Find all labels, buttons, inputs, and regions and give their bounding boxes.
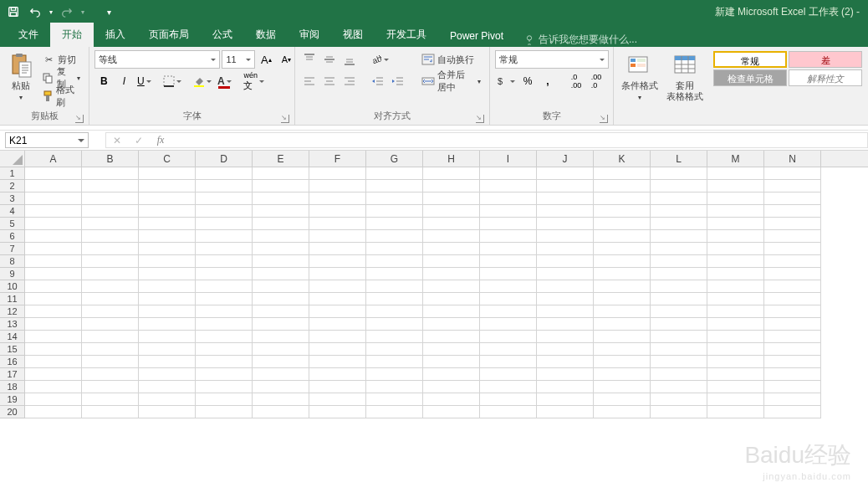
tab-formulas[interactable]: 公式 bbox=[201, 23, 244, 47]
undo-dropdown-icon[interactable]: ▾ bbox=[47, 2, 55, 22]
cell[interactable] bbox=[196, 393, 253, 406]
cell[interactable] bbox=[253, 381, 309, 393]
cell[interactable] bbox=[253, 230, 309, 243]
column-header[interactable]: E bbox=[253, 151, 309, 167]
cell[interactable] bbox=[594, 293, 651, 305]
tab-developer[interactable]: 开发工具 bbox=[375, 23, 438, 47]
tab-review[interactable]: 审阅 bbox=[288, 23, 331, 47]
cell[interactable] bbox=[309, 406, 366, 418]
cell[interactable] bbox=[651, 243, 707, 255]
insert-function-icon[interactable]: fx bbox=[150, 133, 171, 147]
qat-customize-icon[interactable]: ▾ bbox=[99, 2, 119, 22]
cell[interactable] bbox=[196, 356, 253, 368]
cell[interactable] bbox=[309, 293, 366, 305]
orientation-icon[interactable]: ab bbox=[369, 50, 391, 69]
tab-file[interactable]: 文件 bbox=[7, 23, 50, 47]
cell[interactable] bbox=[537, 293, 594, 305]
row-header[interactable]: 11 bbox=[0, 293, 24, 305]
cell[interactable] bbox=[423, 167, 480, 180]
cell[interactable] bbox=[480, 381, 537, 393]
cell[interactable] bbox=[82, 393, 139, 406]
cell[interactable] bbox=[764, 280, 821, 293]
tab-data[interactable]: 数据 bbox=[244, 23, 288, 47]
number-format-combo[interactable]: 常规 bbox=[495, 50, 609, 69]
cell[interactable] bbox=[253, 192, 309, 205]
align-bottom-icon[interactable] bbox=[340, 50, 359, 69]
cell[interactable] bbox=[480, 406, 537, 418]
cell[interactable] bbox=[423, 268, 480, 280]
cell[interactable] bbox=[309, 343, 366, 356]
cell[interactable] bbox=[25, 381, 82, 393]
cell[interactable] bbox=[25, 368, 82, 381]
cell[interactable] bbox=[139, 343, 196, 356]
cell[interactable] bbox=[423, 255, 480, 268]
cells-area[interactable] bbox=[25, 167, 868, 418]
cell[interactable] bbox=[707, 243, 764, 255]
cell[interactable] bbox=[196, 343, 253, 356]
cell[interactable] bbox=[196, 368, 253, 381]
cell[interactable] bbox=[594, 381, 651, 393]
cell[interactable] bbox=[82, 280, 139, 293]
row-header[interactable]: 1 bbox=[0, 167, 24, 180]
cell[interactable] bbox=[25, 293, 82, 305]
cell[interactable] bbox=[196, 406, 253, 418]
cell[interactable] bbox=[594, 368, 651, 381]
cell[interactable] bbox=[423, 192, 480, 205]
cell-style-check[interactable]: 检查单元格 bbox=[713, 69, 787, 86]
row-header[interactable]: 13 bbox=[0, 318, 24, 331]
cell-style-explanatory[interactable]: 解释性文 bbox=[789, 69, 862, 86]
cell[interactable] bbox=[25, 180, 82, 192]
column-header[interactable]: D bbox=[196, 151, 253, 167]
cell[interactable] bbox=[707, 381, 764, 393]
cell[interactable] bbox=[423, 180, 480, 192]
cell[interactable] bbox=[651, 180, 707, 192]
column-header[interactable]: J bbox=[537, 151, 594, 167]
cell[interactable] bbox=[537, 331, 594, 343]
cell[interactable] bbox=[25, 192, 82, 205]
column-header[interactable]: C bbox=[139, 151, 196, 167]
cell[interactable] bbox=[196, 192, 253, 205]
border-button[interactable] bbox=[161, 72, 183, 90]
cell[interactable] bbox=[139, 230, 196, 243]
decrease-font-icon[interactable]: A▾ bbox=[277, 50, 295, 69]
cell[interactable] bbox=[707, 192, 764, 205]
column-header[interactable]: N bbox=[764, 151, 821, 167]
select-all-corner[interactable] bbox=[0, 151, 25, 167]
cell[interactable] bbox=[82, 331, 139, 343]
cell[interactable] bbox=[764, 268, 821, 280]
cell[interactable] bbox=[651, 305, 707, 318]
align-middle-icon[interactable] bbox=[320, 50, 339, 69]
cell[interactable] bbox=[651, 368, 707, 381]
cell[interactable] bbox=[366, 167, 423, 180]
cell[interactable] bbox=[764, 243, 821, 255]
cell[interactable] bbox=[707, 331, 764, 343]
cell[interactable] bbox=[139, 255, 196, 268]
cell[interactable] bbox=[366, 230, 423, 243]
cell[interactable] bbox=[309, 243, 366, 255]
font-size-combo[interactable]: 11 bbox=[222, 50, 255, 69]
cell[interactable] bbox=[764, 406, 821, 418]
cell[interactable] bbox=[764, 230, 821, 243]
cell[interactable] bbox=[707, 205, 764, 218]
cell[interactable] bbox=[82, 368, 139, 381]
align-top-icon[interactable] bbox=[300, 50, 319, 69]
row-header[interactable]: 16 bbox=[0, 356, 24, 368]
cell[interactable] bbox=[764, 343, 821, 356]
cell[interactable] bbox=[366, 293, 423, 305]
cell[interactable] bbox=[651, 255, 707, 268]
cell[interactable] bbox=[196, 280, 253, 293]
cell-style-normal[interactable]: 常规 bbox=[713, 51, 787, 68]
cell[interactable] bbox=[537, 180, 594, 192]
cell[interactable] bbox=[82, 243, 139, 255]
cell[interactable] bbox=[480, 280, 537, 293]
cell[interactable] bbox=[82, 255, 139, 268]
cell[interactable] bbox=[594, 218, 651, 230]
cell[interactable] bbox=[594, 255, 651, 268]
cell[interactable] bbox=[196, 218, 253, 230]
cell[interactable] bbox=[196, 293, 253, 305]
cell[interactable] bbox=[537, 343, 594, 356]
cell[interactable] bbox=[25, 343, 82, 356]
cell[interactable] bbox=[594, 268, 651, 280]
cell[interactable] bbox=[537, 230, 594, 243]
cell[interactable] bbox=[139, 406, 196, 418]
